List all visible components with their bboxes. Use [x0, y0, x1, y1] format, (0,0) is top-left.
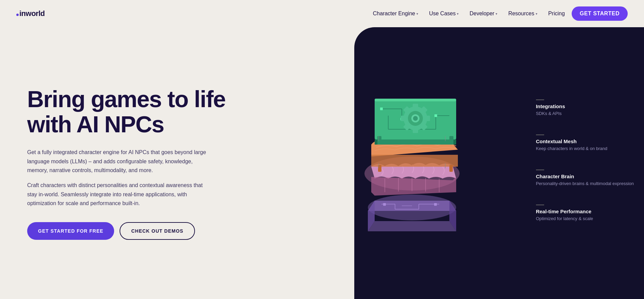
feature-dash	[536, 99, 544, 100]
svg-rect-11	[383, 203, 386, 206]
nav-item-resources[interactable]: Resources ▾	[504, 8, 541, 19]
check-out-demos-button[interactable]: CHECK OUT DEMOS	[120, 222, 195, 240]
svg-rect-12	[434, 203, 437, 206]
navbar: inworld Character Engine ▾ Use Cases ▾ D…	[0, 0, 644, 27]
svg-rect-22	[449, 165, 453, 172]
hero-desc-2: Craft characters with distinct personali…	[27, 181, 207, 208]
feature-dash	[536, 204, 544, 205]
feature-integrations: Integrations SDKs & APIs	[536, 99, 634, 117]
svg-rect-39	[377, 139, 453, 145]
chevron-down-icon: ▾	[496, 12, 497, 16]
svg-rect-32	[380, 107, 383, 110]
svg-rect-48	[413, 128, 418, 133]
nav-links: Character Engine ▾ Use Cases ▾ Developer…	[369, 6, 628, 21]
chevron-down-icon: ▾	[536, 12, 537, 16]
feature-character-brain: Character Brain Personality-driven brain…	[536, 169, 634, 187]
nav-item-pricing[interactable]: Pricing	[544, 8, 569, 19]
hero-section: Bring games to life with AI NPCs Get a f…	[0, 27, 644, 299]
hero-left: Bring games to life with AI NPCs Get a f…	[0, 27, 354, 299]
hero-title: Bring games to life with AI NPCs	[27, 86, 327, 137]
svg-marker-38	[453, 139, 456, 145]
features-list: Integrations SDKs & APIs Contextual Mesh…	[536, 99, 634, 222]
hero-desc-1: Get a fully integrated character engine …	[27, 148, 207, 175]
svg-rect-46	[425, 116, 430, 121]
feature-dash	[536, 169, 544, 170]
feature-dash	[536, 134, 544, 135]
chevron-down-icon: ▾	[457, 12, 459, 16]
svg-rect-44	[413, 104, 418, 109]
logo-text: inworld	[16, 9, 45, 18]
nav-item-developer[interactable]: Developer ▾	[465, 8, 501, 19]
svg-marker-20	[371, 155, 458, 167]
nav-item-character-engine[interactable]: Character Engine ▾	[369, 8, 423, 19]
svg-rect-50	[401, 116, 406, 121]
svg-point-43	[413, 116, 418, 121]
svg-marker-4	[368, 221, 456, 231]
nav-cta-item[interactable]: GET STARTED	[572, 6, 628, 21]
get-started-button[interactable]: GET STARTED FOR FREE	[27, 222, 114, 240]
hero-buttons: GET STARTED FOR FREE CHECK OUT DEMOS	[27, 222, 327, 240]
hero-illustration	[361, 82, 470, 245]
feature-realtime-performance: Real-time Performance Optimized for late…	[536, 204, 634, 222]
hero-right: Integrations SDKs & APIs Contextual Mesh…	[354, 27, 644, 299]
nav-get-started-button: GET STARTED	[572, 6, 628, 21]
svg-rect-24	[375, 99, 456, 101]
feature-contextual-mesh: Contextual Mesh Keep characters in world…	[536, 134, 634, 152]
logo[interactable]: inworld	[16, 9, 45, 18]
svg-marker-37	[375, 139, 377, 145]
nav-item-use-cases[interactable]: Use Cases ▾	[425, 8, 463, 19]
chevron-down-icon: ▾	[416, 12, 418, 16]
svg-rect-34	[434, 114, 437, 117]
